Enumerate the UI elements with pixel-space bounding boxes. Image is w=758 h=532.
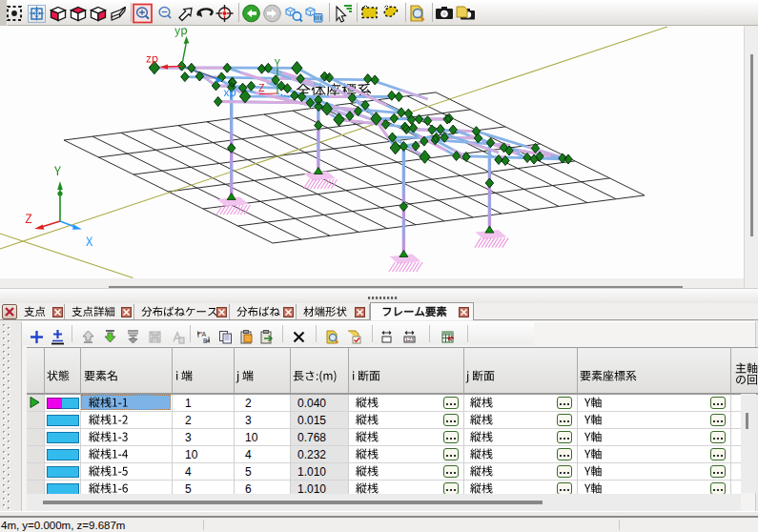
svg-text:A: A (202, 331, 207, 338)
svg-text:B: B (203, 338, 208, 344)
svg-text:123: 123 (405, 337, 414, 342)
